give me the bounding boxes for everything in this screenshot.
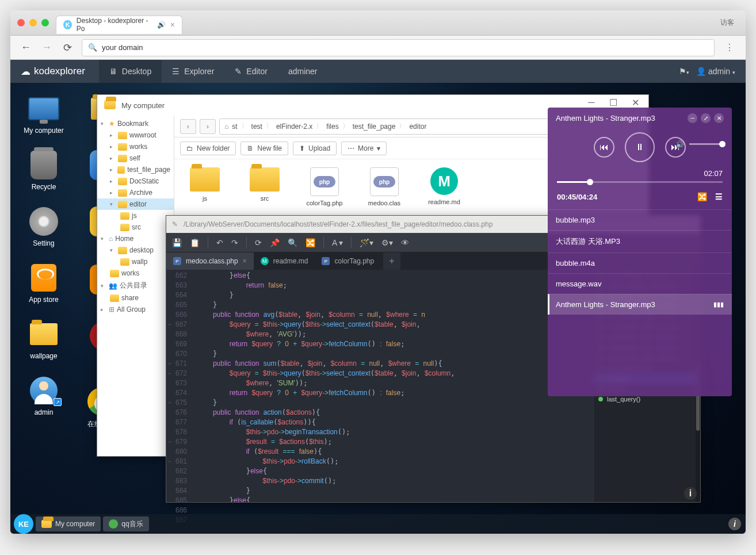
playlist-item[interactable]: bubble.m4a (548, 252, 732, 273)
nav-desktop[interactable]: 🖥Desktop (99, 60, 162, 83)
editor-tab[interactable]: Pmedoo.class.php× (166, 252, 254, 270)
tree-item[interactable]: ▸wwwroot (97, 129, 174, 141)
flag-icon[interactable]: ⚑▾ (679, 67, 689, 76)
window-traffic-lights[interactable] (17, 19, 49, 26)
launcher-button[interactable]: KE (14, 514, 33, 534)
player-expand-icon[interactable]: ⤢ (701, 113, 711, 123)
dicon-wallpage[interactable]: wallpage (18, 320, 69, 360)
tree-allgroup[interactable]: ▸⊞All Group (97, 304, 174, 315)
close-icon[interactable]: ✕ (624, 96, 646, 109)
prev-button[interactable]: ⏮ (594, 137, 614, 158)
taskbar-item[interactable]: My computer (36, 516, 101, 531)
pin-icon[interactable]: 📌 (270, 238, 280, 247)
tab-audio-icon[interactable]: 🔊 (157, 21, 166, 29)
dicon-app-store[interactable]: App store (18, 263, 69, 304)
crumb-back[interactable]: ‹ (180, 119, 196, 134)
tree-item[interactable]: ▸test_file_page (97, 164, 174, 175)
refresh-icon[interactable]: ⟳ (255, 238, 262, 247)
save-all-icon[interactable]: 📋 (190, 238, 200, 247)
browser-menu-button[interactable]: ⋮ (723, 40, 736, 55)
folder-icon (118, 247, 127, 254)
new-file-button[interactable]: 🗎New file (240, 141, 288, 155)
close-tab-icon[interactable]: × (170, 20, 175, 29)
brand[interactable]: ☁ kodexplorer (21, 66, 85, 78)
tree-item[interactable]: share (97, 292, 174, 304)
more-button[interactable]: ⋯ More ▾ (341, 141, 387, 155)
tree-item-editor[interactable]: ▾editor (97, 198, 174, 210)
dicon-my-computer[interactable]: My computer (18, 94, 69, 135)
file-item-folder[interactable]: src (243, 167, 286, 206)
nav-explorer[interactable]: ☰Explorer (162, 60, 224, 83)
dicon-admin[interactable]: ↗admin (18, 376, 69, 416)
player-header[interactable]: Anthem Lights - Stranger.mp3 ─ ⤢ ✕ (548, 108, 732, 125)
close-window-icon[interactable] (17, 19, 25, 26)
tree-bookmark[interactable]: ▾★Bookmark (97, 118, 174, 129)
nav-editor[interactable]: ✎Editor (224, 60, 278, 83)
tree-item[interactable]: src (97, 221, 174, 233)
browser-toolbar: ← → ⟳ 🔍 your domain ⋮ (10, 36, 746, 60)
nav-adminer[interactable]: adminer (278, 60, 328, 83)
eye-icon[interactable]: 👁 (401, 238, 409, 247)
new-folder-button[interactable]: 🗀New folder (180, 141, 236, 155)
minimize-window-icon[interactable] (29, 19, 37, 26)
forward-button[interactable]: → (40, 41, 53, 54)
tree-item[interactable]: js (97, 210, 174, 221)
tree-item[interactable]: ▸Archive (97, 187, 174, 198)
taskbar-info-button[interactable]: i (728, 518, 741, 530)
code-editor[interactable]: }else{ return false; } } public function… (192, 270, 593, 502)
wand-dropdown[interactable]: 🪄▾ (360, 238, 373, 247)
playlist-icon[interactable]: ☰ (715, 192, 723, 201)
player-close-icon[interactable]: ✕ (714, 113, 724, 123)
minimize-icon[interactable]: ─ (581, 96, 602, 109)
playlist-item[interactable]: 大话西游 天浴.MP3 (548, 230, 732, 252)
player-minimize-icon[interactable]: ─ (688, 113, 697, 123)
save-icon[interactable]: 💾 (172, 238, 182, 247)
file-item-folder[interactable]: js (184, 167, 226, 206)
editor-tab[interactable]: PcolorTag.php (315, 252, 381, 270)
progress-bar[interactable] (557, 181, 723, 183)
upload-button[interactable]: ⬆Upload (293, 141, 337, 155)
pause-button[interactable]: ⏸ (625, 132, 655, 162)
taskbar-item[interactable]: qq音乐 (103, 516, 148, 531)
browser-tab[interactable]: K Desktop - kodexplorer - Po 🔊 × (56, 16, 182, 34)
tree-item[interactable]: works (97, 267, 174, 279)
info-button[interactable]: i (684, 487, 697, 500)
tree-item[interactable]: ▸DocStatic (97, 175, 174, 187)
file-item-md[interactable]: Mreadme.md (423, 167, 465, 206)
home-icon[interactable]: ⌂ (224, 123, 228, 131)
shuffle-icon[interactable]: 🔀 (697, 192, 707, 201)
address-bar[interactable]: 🔍 your domain (82, 39, 715, 56)
file-item-php[interactable]: phpmedoo.clas (363, 167, 406, 206)
back-button[interactable]: ← (20, 41, 32, 54)
redo-icon[interactable]: ↷ (231, 238, 238, 247)
tree-public[interactable]: ▾👥公共目录 (97, 279, 174, 292)
close-tab-icon[interactable]: × (243, 257, 247, 265)
dicon-recycle[interactable]: Recycle (18, 151, 69, 191)
search-icon[interactable]: 🔍 (288, 238, 297, 247)
shuffle-icon[interactable]: 🔀 (306, 238, 315, 247)
file-item-php[interactable]: phpcolorTag.php (303, 167, 346, 206)
visitor-label[interactable]: 访客 (716, 16, 739, 30)
volume-control[interactable]: 🔊 (675, 140, 723, 148)
tree-item[interactable]: ▾desktop (97, 244, 174, 256)
reload-button[interactable]: ⟳ (61, 41, 74, 54)
editor-tab[interactable]: Mreadme.md (254, 252, 315, 270)
maximize-icon[interactable]: ☐ (602, 96, 624, 109)
undo-icon[interactable]: ↶ (216, 238, 223, 247)
new-tab-button[interactable]: + (383, 252, 400, 270)
tree-item[interactable]: wallp (97, 256, 174, 267)
tree-home[interactable]: ▾⌂Home (97, 233, 174, 244)
crumb-forward[interactable]: › (200, 119, 216, 134)
user-menu[interactable]: 👤 admin ▾ (696, 67, 735, 76)
tree-item[interactable]: ▸self (97, 152, 174, 164)
playlist-item[interactable]: bubble.mp3 (548, 209, 732, 230)
dicon-setting[interactable]: Setting (18, 207, 69, 247)
playlist-item-current[interactable]: Anthem Lights - Stranger.mp3▮▮▮ (548, 294, 732, 315)
font-dropdown[interactable]: A ▾ (332, 238, 343, 247)
equalizer-icon: ▮▮▮ (713, 301, 724, 308)
gear-dropdown[interactable]: ⚙▾ (381, 238, 393, 247)
maximize-window-icon[interactable] (41, 19, 49, 26)
volume-slider[interactable] (689, 143, 723, 145)
playlist-item[interactable]: message.wav (548, 273, 732, 294)
tree-item[interactable]: ▸works (97, 141, 174, 152)
